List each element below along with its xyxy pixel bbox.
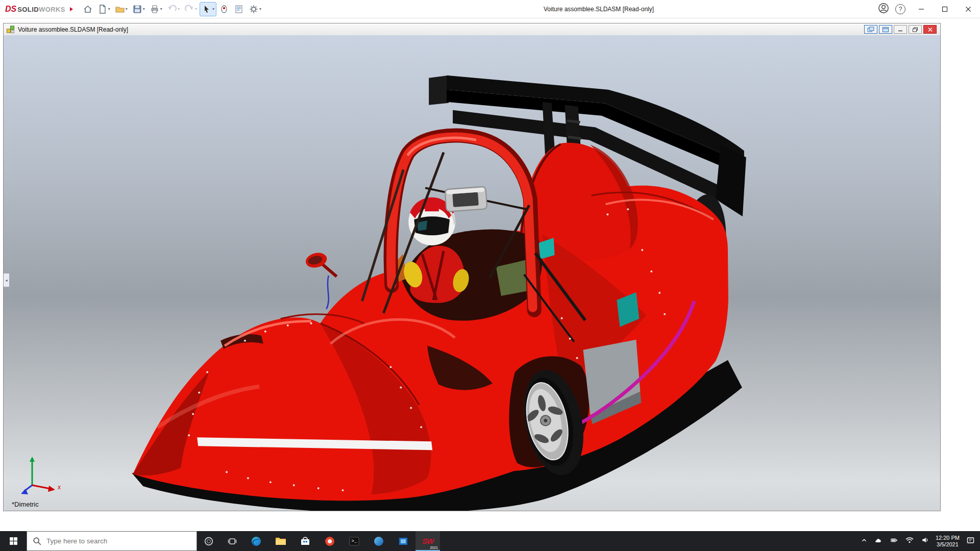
document-window-buttons (864, 25, 938, 34)
taskbar-app-photos[interactable] (391, 531, 415, 551)
cascade-window-icon (882, 27, 889, 33)
doc-minimize-button[interactable] (894, 25, 907, 34)
toolbar-expand-arrow[interactable] (70, 7, 73, 11)
search-icon (33, 537, 42, 546)
taskbar-app-file-explorer[interactable] (268, 531, 293, 551)
minimize-button[interactable] (910, 0, 933, 18)
maximize-button[interactable] (933, 0, 957, 18)
select-tool-button[interactable]: ▾ (200, 3, 216, 16)
panel-collapse-tab[interactable]: ◂ (4, 273, 10, 287)
collapse-arrow-icon: ◂ (5, 278, 7, 283)
document-title: Voiture assomblee.SLDASM [Read-only] (18, 26, 128, 33)
graphics-viewport[interactable]: x *Dimetric ◂ (4, 35, 940, 511)
ds-logo: DS (5, 5, 16, 14)
axis-y-arrow (30, 457, 35, 462)
search-input[interactable] (46, 537, 197, 545)
start-button[interactable] (0, 531, 27, 551)
mouse-icon (219, 4, 229, 14)
close-icon (965, 6, 971, 12)
solidworks-app-window: DS SOLID WORKS ▾ ▾ ▾ ▾ (0, 0, 980, 551)
open-button[interactable]: ▾ (113, 3, 129, 16)
solidworks-logo: DS SOLID WORKS (0, 5, 65, 14)
redo-icon (184, 4, 194, 14)
tray-network-button[interactable] (905, 537, 914, 546)
windows-taskbar: >_ SW 2021 12:20 PM 3/5/2021 (0, 531, 980, 551)
edge-browser-icon (250, 535, 262, 547)
home-button[interactable] (81, 3, 94, 16)
photos-app-icon (397, 535, 409, 547)
save-icon (132, 4, 142, 14)
clock-date: 3/5/2021 (936, 541, 960, 548)
system-tray: 12:20 PM 3/5/2021 (861, 531, 980, 551)
taskbar-app-edge[interactable] (244, 531, 268, 551)
battery-icon (890, 537, 898, 544)
cortana-button[interactable] (197, 531, 220, 551)
help-button[interactable]: ? (895, 4, 905, 14)
quick-access-toolbar: ▾ ▾ ▾ ▾ ▾ ▾ ▾ (81, 3, 263, 16)
cascade-window-button[interactable] (879, 25, 892, 34)
doc-close-button[interactable] (923, 25, 937, 34)
doc-close-icon (927, 27, 933, 32)
assembly-document-icon (6, 25, 15, 34)
options-button[interactable]: ▾ (247, 3, 263, 16)
mirror (304, 251, 337, 309)
clock-time: 12:20 PM (936, 535, 960, 541)
wifi-icon (905, 537, 914, 544)
new-document-button[interactable]: ▾ (96, 3, 112, 16)
select-cursor-icon (202, 4, 212, 14)
action-center-button[interactable] (966, 536, 975, 546)
close-button[interactable] (957, 0, 980, 18)
document-titlebar[interactable]: Voiture assomblee.SLDASM [Read-only] (4, 23, 940, 36)
mdi-client-area: Voiture assomblee.SLDASM [Read-only] (0, 18, 980, 531)
redo-button[interactable]: ▾ (183, 3, 199, 16)
document-window: Voiture assomblee.SLDASM [Read-only] (3, 23, 941, 511)
undo-button[interactable]: ▾ (165, 3, 181, 16)
camera-pod (445, 187, 487, 212)
prompt-glyph: >_ (352, 539, 357, 544)
task-view-icon (227, 536, 237, 546)
tray-show-hidden-button[interactable] (861, 537, 868, 546)
doc-restore-icon (912, 27, 918, 32)
file-properties-button[interactable] (232, 3, 246, 16)
view-orientation-label: *Dimetric (12, 500, 39, 508)
task-view-button[interactable] (220, 531, 244, 551)
print-icon (150, 4, 160, 14)
doc-restore-button[interactable] (909, 25, 922, 34)
taskbar-app-blue[interactable] (366, 531, 391, 551)
taskbar-app-red[interactable] (317, 531, 342, 551)
microsoft-store-icon (299, 535, 311, 547)
undo-icon (167, 4, 177, 14)
help-icon: ? (899, 6, 902, 13)
tray-volume-button[interactable] (921, 536, 929, 546)
save-button[interactable]: ▾ (131, 3, 146, 16)
solidworks-taskbar-icon: SW (422, 537, 433, 545)
home-icon (83, 4, 93, 14)
tile-window-button[interactable] (864, 25, 877, 34)
taskbar-clock[interactable]: 12:20 PM 3/5/2021 (936, 535, 960, 548)
mouse-gestures-button[interactable] (217, 3, 231, 16)
window-controls (910, 0, 980, 18)
print-button[interactable]: ▾ (148, 3, 164, 16)
red-app-icon (324, 535, 336, 547)
action-center-icon (966, 536, 975, 544)
doc-minimize-icon (897, 27, 903, 32)
open-folder-icon (115, 4, 125, 14)
options-gear-icon (249, 4, 259, 14)
orientation-triad: x (15, 454, 64, 498)
taskbar-app-solidworks[interactable]: SW 2021 (415, 531, 440, 551)
taskbar-search-box[interactable] (27, 531, 197, 551)
titlebar-right-icons: ? (878, 0, 905, 18)
tray-battery-button[interactable] (890, 537, 898, 546)
window-title: Voiture assomblee.SLDASM [Read-only] (544, 6, 654, 13)
minimize-icon (918, 6, 924, 12)
taskbar-app-terminal[interactable]: >_ (342, 531, 366, 551)
file-properties-icon (234, 4, 244, 14)
axis-x-label: x (58, 484, 61, 491)
solidworks-year-label: 2021 (430, 546, 438, 549)
3d-model-car-render[interactable] (4, 35, 940, 511)
taskbar-app-store[interactable] (293, 531, 317, 551)
account-button[interactable] (878, 3, 889, 16)
cloud-icon (874, 537, 883, 544)
tray-onedrive-button[interactable] (874, 537, 883, 546)
chevron-up-icon (861, 537, 868, 544)
